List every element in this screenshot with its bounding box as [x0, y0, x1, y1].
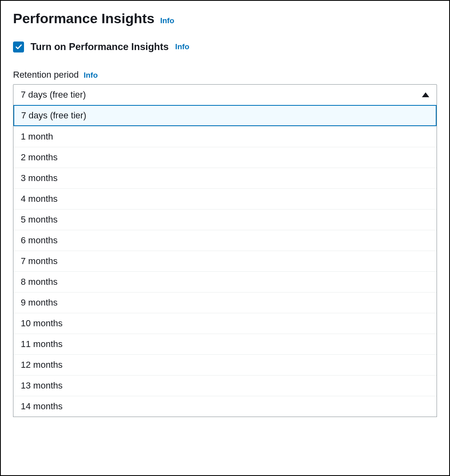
retention-option[interactable]: 7 months	[13, 251, 437, 271]
retention-label-row: Retention period Info	[13, 70, 437, 80]
enable-info-link[interactable]: Info	[175, 42, 190, 51]
enable-checkbox-label: Turn on Performance Insights	[31, 41, 169, 52]
retention-option[interactable]: 3 months	[13, 168, 437, 188]
caret-up-icon	[422, 92, 429, 97]
retention-option[interactable]: 12 months	[13, 354, 437, 375]
retention-option[interactable]: 11 months	[13, 334, 437, 354]
retention-option[interactable]: 6 months	[13, 230, 437, 251]
retention-option[interactable]: 4 months	[13, 188, 437, 209]
section-heading-row: Performance Insights Info	[13, 11, 437, 26]
retention-option[interactable]: 1 month	[13, 126, 437, 147]
retention-option[interactable]: 5 months	[13, 209, 437, 230]
checkmark-icon	[15, 43, 22, 50]
retention-option[interactable]: 13 months	[13, 375, 437, 396]
retention-selected-value: 7 days (free tier)	[21, 90, 86, 100]
retention-option[interactable]: 9 months	[13, 292, 437, 313]
retention-option[interactable]: 14 months	[13, 396, 437, 417]
retention-select-wrap: 7 days (free tier) 7 days (free tier)1 m…	[13, 84, 437, 417]
retention-select[interactable]: 7 days (free tier)	[13, 84, 437, 105]
enable-checkbox[interactable]	[13, 41, 24, 52]
retention-option[interactable]: 8 months	[13, 271, 437, 292]
section-title: Performance Insights	[13, 11, 155, 26]
section-info-link[interactable]: Info	[160, 16, 175, 25]
retention-label: Retention period	[13, 70, 79, 80]
retention-option[interactable]: 7 days (free tier)	[13, 105, 437, 126]
retention-option[interactable]: 2 months	[13, 147, 437, 168]
retention-option[interactable]: 10 months	[13, 313, 437, 334]
performance-insights-panel: Performance Insights Info Turn on Perfor…	[0, 0, 450, 476]
enable-checkbox-row: Turn on Performance Insights Info	[13, 41, 437, 52]
retention-dropdown: 7 days (free tier)1 month2 months3 month…	[13, 105, 437, 417]
retention-info-link[interactable]: Info	[83, 71, 98, 80]
